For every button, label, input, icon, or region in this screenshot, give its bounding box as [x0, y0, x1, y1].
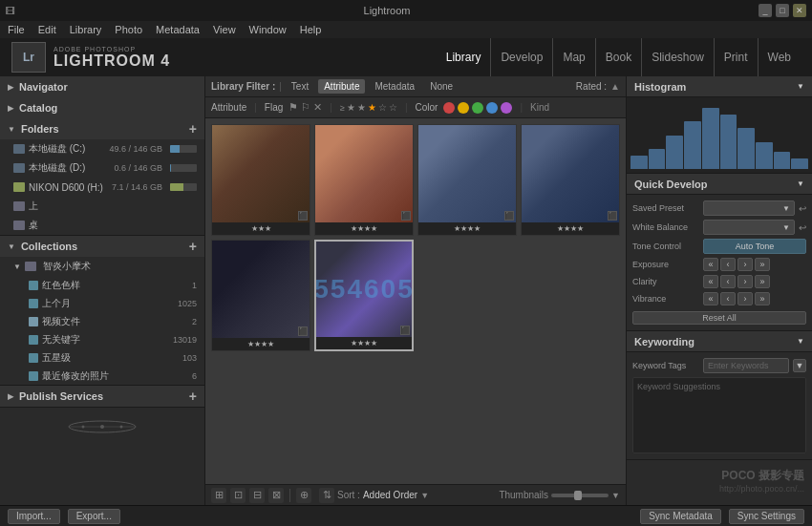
clarity-up-up[interactable]: »: [755, 275, 770, 288]
collection-item[interactable]: 最近修改的照片 6: [0, 367, 204, 385]
keyword-dropdown-button[interactable]: ▼: [793, 359, 806, 372]
collections-header[interactable]: ▼ Collections +: [0, 236, 204, 257]
maximize-button[interactable]: □: [776, 4, 789, 17]
photo-cell[interactable]: ⬛ ★★★★: [314, 124, 414, 236]
import-button[interactable]: Import...: [8, 509, 60, 524]
module-print[interactable]: Print: [714, 38, 758, 76]
filter-tab-metadata[interactable]: Metadata: [369, 79, 420, 94]
histogram-header[interactable]: Histogram ▼: [627, 76, 812, 97]
wb-icon[interactable]: ↩: [799, 222, 806, 233]
clarity-down-down[interactable]: «: [703, 275, 718, 288]
module-map[interactable]: Map: [552, 38, 594, 76]
loupe-view-button[interactable]: ⊡: [230, 488, 246, 503]
filter-tab-none[interactable]: None: [424, 79, 459, 94]
flag-pick-icon[interactable]: ⚑: [288, 101, 298, 114]
folder-item[interactable]: 本地磁盘 (C:) 49.6 / 146 GB: [0, 139, 204, 158]
saved-preset-icon[interactable]: ↩: [799, 203, 806, 214]
folders-add-button[interactable]: +: [189, 121, 197, 137]
survey-view-button[interactable]: ⊠: [268, 488, 284, 503]
auto-tone-button[interactable]: Auto Tone: [703, 239, 806, 254]
color-purple[interactable]: [501, 102, 512, 114]
publish-header[interactable]: ▶ Publish Services +: [0, 386, 204, 407]
color-green[interactable]: [472, 102, 483, 114]
menu-window[interactable]: Window: [249, 24, 287, 35]
color-yellow[interactable]: [458, 102, 469, 114]
collection-item[interactable]: 红色色样 1: [0, 276, 204, 294]
module-slideshow[interactable]: Slideshow: [641, 38, 714, 76]
collections-group[interactable]: ▼ 智炎小摩术: [0, 257, 204, 276]
photo-cell[interactable]: ⬛ ★★★★: [211, 240, 310, 351]
collections-add-button[interactable]: +: [189, 239, 197, 254]
flag-neutral-icon[interactable]: ⚐: [301, 101, 310, 114]
navigator-header[interactable]: ▶ Navigator: [0, 76, 204, 97]
compare-view-button[interactable]: ⊟: [249, 488, 265, 503]
star5[interactable]: ☆: [389, 102, 397, 113]
saved-preset-dropdown[interactable]: ▼: [703, 200, 795, 216]
menu-view[interactable]: View: [213, 24, 236, 35]
vibrance-down[interactable]: ‹: [720, 292, 736, 305]
keyword-input[interactable]: Enter Keywords: [703, 358, 789, 373]
collection-item[interactable]: 视频文件 2: [0, 312, 204, 330]
folder-item[interactable]: 本地磁盘 (D:) 0.6 / 146 GB: [0, 158, 204, 178]
collection-item[interactable]: 无关键字 13019: [0, 330, 204, 348]
photo-cell[interactable]: ⬛ ★★★: [211, 124, 310, 236]
sync-metadata-button[interactable]: Sync Metadata: [640, 509, 721, 524]
collapse-icon[interactable]: ▲: [610, 81, 620, 92]
menu-library[interactable]: Library: [70, 24, 102, 35]
module-library[interactable]: Library: [437, 38, 491, 76]
star4[interactable]: ☆: [378, 102, 387, 113]
close-button[interactable]: ✕: [793, 4, 806, 17]
group-name: 智炎小摩术: [43, 260, 91, 273]
exposure-up[interactable]: ›: [737, 258, 753, 271]
module-web[interactable]: Web: [758, 38, 801, 76]
menu-help[interactable]: Help: [300, 24, 322, 35]
vibrance-up[interactable]: ›: [737, 292, 753, 305]
collection-item[interactable]: 五星级 103: [0, 348, 204, 367]
minimize-button[interactable]: _: [759, 4, 772, 17]
sort-direction-button[interactable]: ⇅: [319, 488, 334, 503]
keywording-header[interactable]: Keywording ▼: [627, 331, 812, 352]
color-red[interactable]: [443, 102, 455, 114]
star3[interactable]: ★: [368, 102, 376, 113]
exposure-down[interactable]: ‹: [720, 258, 736, 271]
clarity-down[interactable]: ‹: [720, 275, 736, 288]
exposure-up-up[interactable]: »: [755, 258, 770, 271]
star1[interactable]: ★: [347, 102, 355, 113]
menu-photo[interactable]: Photo: [115, 24, 142, 35]
folder-item[interactable]: NIKON D600 (H:) 7.1 / 14.6 GB: [0, 178, 204, 197]
publish-add-button[interactable]: +: [189, 389, 197, 404]
sort-dropdown-icon[interactable]: ▼: [420, 491, 429, 500]
flag-reject-icon[interactable]: ✕: [313, 101, 322, 114]
menu-metadata[interactable]: Metadata: [156, 24, 200, 35]
quick-develop-header[interactable]: Quick Develop ▼: [627, 174, 812, 195]
spray-button[interactable]: ⊕: [296, 488, 311, 503]
filter-tab-attribute[interactable]: Attribute: [318, 79, 365, 94]
catalog-header[interactable]: ▶ Catalog: [0, 97, 204, 118]
exposure-down-down[interactable]: «: [703, 258, 718, 271]
photo-cell[interactable]: 554605 ⬛ ★★★★: [314, 240, 414, 351]
folders-header[interactable]: ▼ Folders +: [0, 118, 204, 139]
thumbs-expand-icon[interactable]: ▼: [611, 491, 620, 500]
color-blue[interactable]: [486, 102, 498, 114]
menu-file[interactable]: File: [8, 24, 25, 35]
export-button[interactable]: Export...: [68, 509, 120, 524]
white-balance-dropdown[interactable]: ▼: [703, 220, 795, 235]
thumbs-slider[interactable]: [551, 494, 609, 497]
photo-cell[interactable]: ⬛ ★★★★: [417, 124, 517, 236]
module-develop[interactable]: Develop: [490, 38, 552, 76]
filter-tab-text[interactable]: Text: [286, 79, 314, 94]
star2[interactable]: ★: [357, 102, 366, 113]
sync-settings-button[interactable]: Sync Settings: [729, 509, 804, 524]
menu-edit[interactable]: Edit: [38, 24, 56, 35]
vibrance-up-up[interactable]: »: [755, 292, 770, 305]
grid-view-button[interactable]: ⊞: [211, 488, 226, 503]
sort-value[interactable]: Added Order: [363, 490, 417, 500]
photo-cell[interactable]: ⬛ ★★★★: [521, 124, 620, 236]
vibrance-down-down[interactable]: «: [703, 292, 718, 305]
collection-item[interactable]: 上个月 1025: [0, 294, 204, 312]
folder-item[interactable]: 桌: [0, 216, 204, 235]
module-book[interactable]: Book: [595, 38, 641, 76]
clarity-up[interactable]: ›: [737, 275, 753, 288]
reset-all-button[interactable]: Reset All: [632, 311, 806, 325]
folder-item[interactable]: 上: [0, 197, 204, 216]
